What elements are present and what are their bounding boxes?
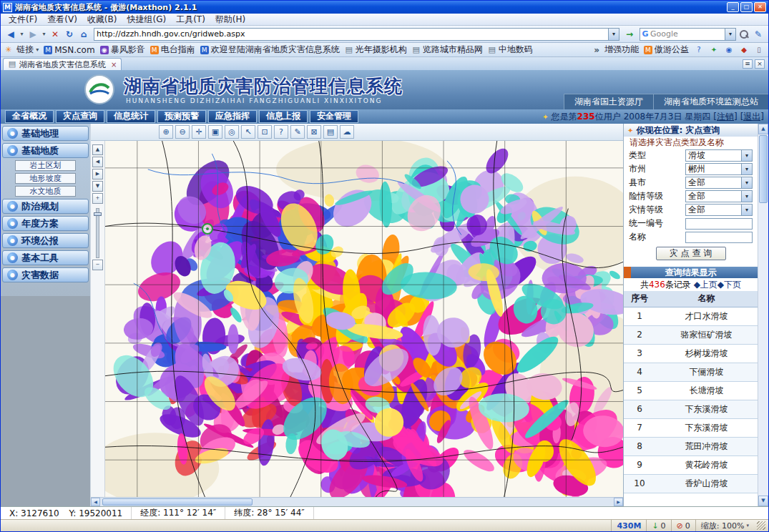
stop-icon[interactable]: ✕ <box>49 28 62 41</box>
nav-tab-emergency[interactable]: 应急指挥 <box>208 110 257 123</box>
menu-tools[interactable]: 工具(T) <box>171 14 210 26</box>
nav-tab-overview[interactable]: 全省概况 <box>5 110 54 123</box>
table-row[interactable]: 2骆家恒矿滑坡 <box>624 325 758 344</box>
sidebar-item-annual-plan[interactable]: ● 年度方案 <box>2 216 89 231</box>
page-vertical-scrollbar[interactable]: ▲ ▼ <box>758 124 768 506</box>
table-row[interactable]: 9黄花岭滑坡 <box>624 455 758 474</box>
scroll-up-icon[interactable]: ▲ <box>758 124 768 134</box>
sidebar-item-disaster-data[interactable]: ● 灾害数据 <box>2 267 89 282</box>
measure-icon[interactable]: ✎ <box>290 125 305 139</box>
erase-icon[interactable]: ⊠ <box>307 125 321 139</box>
zoom-dropdown-icon[interactable]: ▾ <box>746 523 749 528</box>
chevron-down-icon[interactable]: ▾ <box>741 150 752 161</box>
sidebar-item-prevention-plan[interactable]: ● 防治规划 <box>2 199 89 214</box>
sidebar-item-env-bulletin[interactable]: ● 环境公报 <box>2 233 89 248</box>
recycle-bin-icon[interactable]: ▯ <box>754 46 764 54</box>
county-select[interactable]: 全部 ▾ <box>685 177 753 189</box>
pan-down-icon[interactable]: ▼ <box>92 181 103 192</box>
search-icon[interactable] <box>739 29 749 39</box>
type-select[interactable]: 滑坡 ▾ <box>685 149 753 162</box>
scroll-right-icon[interactable]: ▶ <box>614 498 623 506</box>
center-icon[interactable]: ◎ <box>225 125 239 139</box>
maximize-button[interactable]: □ <box>740 2 753 12</box>
sidebar-sub-rock-zoning[interactable]: 岩土区划 <box>15 160 76 171</box>
unified-id-input[interactable] <box>685 218 753 230</box>
minimize-button[interactable]: _ <box>727 2 739 12</box>
nav-tab-early-warning[interactable]: 预测预警 <box>157 110 206 123</box>
maxthon-icon[interactable]: M <box>3 3 12 12</box>
community-icon[interactable]: ◉ <box>724 46 734 54</box>
zoom-in-icon[interactable]: ⊕ <box>159 125 173 139</box>
links-menu[interactable]: 链接 ▾ <box>16 44 39 56</box>
link-storm-player[interactable]: ◉ 暴风影音 <box>100 44 145 56</box>
back-dropdown-icon[interactable]: ▾ <box>19 31 25 37</box>
zoom-minus-icon[interactable]: − <box>92 260 103 270</box>
search-engine-dropdown-icon[interactable]: ▾ <box>725 29 735 40</box>
chevron-down-icon[interactable]: ▾ <box>741 177 752 188</box>
zoom-plus-icon[interactable]: + <box>92 193 103 204</box>
select-icon[interactable]: ↖ <box>241 125 255 139</box>
link-photo-studio[interactable]: ▤ 光年摄影机构 <box>345 44 407 56</box>
tab-list-icon[interactable]: ≡ <box>743 59 753 69</box>
link-geo-env-monitoring-station[interactable]: 湖南省地质环境监测总站 <box>653 94 768 109</box>
menu-groups[interactable]: 快捷组(G) <box>122 14 171 26</box>
nav-tab-disaster-query[interactable]: 灾点查询 <box>56 110 104 123</box>
link-zhongdi-digital[interactable]: ▤ 中地数码 <box>488 44 533 56</box>
logout-link[interactable]: [注销] <box>713 111 737 123</box>
link-welcome-system[interactable]: M 欢迎登陆湖南省地质灾害信息系统 <box>200 44 340 56</box>
table-row[interactable]: 3杉树垅滑坡 <box>624 344 758 363</box>
refresh-icon[interactable]: ↻ <box>63 28 76 41</box>
plugin-icon[interactable]: ✦ <box>709 46 719 54</box>
scroll-down-icon[interactable]: ▼ <box>758 496 768 506</box>
feedback-icon[interactable]: ◆ <box>739 46 749 54</box>
map-marker-button[interactable] <box>202 223 213 235</box>
sidebar-item-base-geology[interactable]: ● 基础地质 <box>2 143 89 158</box>
sidebar-item-basic-tools[interactable]: ● 基本工具 <box>2 250 89 265</box>
exit-link[interactable]: [退出] <box>740 111 764 123</box>
nav-tab-statistics[interactable]: 信息统计 <box>107 110 155 123</box>
menu-help[interactable]: 帮助(H) <box>210 14 250 26</box>
close-button[interactable]: ✕ <box>754 2 766 12</box>
tabbar-close-icon[interactable]: × <box>755 59 765 69</box>
full-extent-icon[interactable]: ▣ <box>208 125 222 139</box>
map-horizontal-scrollbar[interactable]: ◀ ▶ <box>91 497 623 506</box>
back-icon[interactable]: ◀ <box>4 28 17 41</box>
link-enhancements[interactable]: 增强功能 <box>604 44 639 56</box>
help-icon[interactable]: ? <box>694 46 704 54</box>
geological-map[interactable] <box>105 141 623 497</box>
menu-file[interactable]: 文件(F) <box>4 14 42 26</box>
prev-page-link[interactable]: ◆上页 <box>694 280 717 290</box>
next-page-link[interactable]: ◆下页 <box>717 280 741 290</box>
nav-tab-admin[interactable]: 安全管理 <box>310 110 358 123</box>
table-row[interactable]: 7下东溪滑坡 <box>624 418 758 437</box>
resize-grip[interactable] <box>757 521 765 530</box>
link-radio-guide[interactable]: M 电台指南 <box>150 44 195 56</box>
tab-active[interactable]: ▤ 湖南省地质灾害信息系统 × <box>3 58 122 70</box>
city-select[interactable]: 郴州 ▾ <box>685 163 753 175</box>
address-input[interactable] <box>94 29 608 39</box>
identify-icon[interactable]: ? <box>274 125 288 139</box>
google-search-input[interactable] <box>650 29 725 39</box>
vscroll-thumb[interactable] <box>759 135 768 203</box>
sidebar-sub-terrain-slope[interactable]: 地形坡度 <box>15 173 76 184</box>
sidebar-sub-hydrogeology[interactable]: 水文地质 <box>15 186 76 197</box>
zoom-slider-thumb[interactable] <box>94 212 102 216</box>
popup-block-counter[interactable]: ⊘ 0 <box>671 520 695 531</box>
print-icon[interactable]: ▤ <box>323 125 338 139</box>
table-row[interactable]: 8荒田冲滑坡 <box>624 437 758 455</box>
disaster-level-select[interactable]: 全部 ▾ <box>685 204 753 216</box>
hscroll-thumb[interactable] <box>102 498 253 506</box>
query-button[interactable]: 灾 点 查 询 <box>656 247 726 260</box>
nav-tab-info-report[interactable]: 信息上报 <box>259 110 308 123</box>
table-row[interactable]: 6下东溪滑坡 <box>624 400 758 418</box>
risk-level-select[interactable]: 全部 ▾ <box>685 190 753 202</box>
links-overflow-button[interactable]: » <box>594 45 599 55</box>
pan-right-icon[interactable]: ▶ <box>92 169 103 179</box>
scroll-left-icon[interactable]: ◀ <box>91 498 100 506</box>
link-city-boutique[interactable]: ▤ 览路城市精品网 <box>412 44 483 56</box>
tab-close-icon[interactable]: × <box>111 61 117 69</box>
table-row[interactable]: 5长塘滑坡 <box>624 381 758 400</box>
zoom-slider[interactable] <box>96 208 99 258</box>
name-input[interactable] <box>685 232 753 243</box>
pan-left-icon[interactable]: ◀ <box>92 157 103 167</box>
